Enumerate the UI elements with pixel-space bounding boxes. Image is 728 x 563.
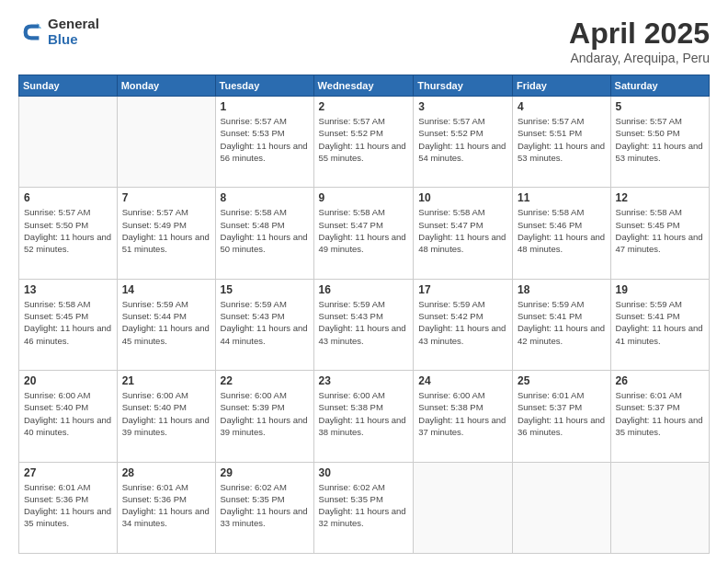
day-number: 27 <box>24 466 112 479</box>
calendar-cell: 24Sunrise: 6:00 AMSunset: 5:38 PMDayligh… <box>414 371 513 462</box>
day-info: Sunrise: 6:00 AMSunset: 5:40 PMDaylight:… <box>24 389 112 438</box>
day-number: 23 <box>319 374 409 387</box>
calendar-week-2: 6Sunrise: 5:57 AMSunset: 5:50 PMDaylight… <box>19 188 710 279</box>
logo: General Blue <box>18 17 99 47</box>
header-sunday: Sunday <box>19 75 118 97</box>
day-info: Sunrise: 5:58 AMSunset: 5:46 PMDaylight:… <box>518 206 606 255</box>
calendar-cell: 3Sunrise: 5:57 AMSunset: 5:52 PMDaylight… <box>414 97 513 188</box>
header-tuesday: Tuesday <box>215 75 313 97</box>
calendar-cell: 15Sunrise: 5:59 AMSunset: 5:43 PMDayligh… <box>215 279 313 370</box>
day-info: Sunrise: 5:57 AMSunset: 5:52 PMDaylight:… <box>319 115 409 164</box>
day-info: Sunrise: 6:01 AMSunset: 5:37 PMDaylight:… <box>616 389 704 438</box>
calendar-cell: 17Sunrise: 5:59 AMSunset: 5:42 PMDayligh… <box>414 279 513 370</box>
calendar-cell: 29Sunrise: 6:02 AMSunset: 5:35 PMDayligh… <box>215 462 313 553</box>
header-thursday: Thursday <box>414 75 513 97</box>
day-info: Sunrise: 5:58 AMSunset: 5:45 PMDaylight:… <box>24 298 112 347</box>
calendar-title: April 2025 <box>569 17 710 51</box>
day-info: Sunrise: 5:59 AMSunset: 5:41 PMDaylight:… <box>518 298 606 347</box>
day-info: Sunrise: 6:01 AMSunset: 5:36 PMDaylight:… <box>122 481 210 530</box>
day-info: Sunrise: 5:59 AMSunset: 5:41 PMDaylight:… <box>616 298 704 347</box>
calendar-cell: 20Sunrise: 6:00 AMSunset: 5:40 PMDayligh… <box>19 371 118 462</box>
calendar-week-1: 1Sunrise: 5:57 AMSunset: 5:53 PMDaylight… <box>19 97 710 188</box>
day-number: 22 <box>221 374 309 387</box>
day-info: Sunrise: 5:57 AMSunset: 5:50 PMDaylight:… <box>616 115 704 164</box>
day-number: 29 <box>221 466 309 479</box>
day-number: 28 <box>122 466 210 479</box>
day-info: Sunrise: 5:57 AMSunset: 5:50 PMDaylight:… <box>24 206 112 255</box>
calendar-table: Sunday Monday Tuesday Wednesday Thursday… <box>18 75 710 554</box>
calendar-cell: 14Sunrise: 5:59 AMSunset: 5:44 PMDayligh… <box>117 279 215 370</box>
header-saturday: Saturday <box>610 75 709 97</box>
calendar-cell <box>610 462 709 553</box>
day-number: 14 <box>122 283 210 296</box>
day-info: Sunrise: 5:57 AMSunset: 5:51 PMDaylight:… <box>518 115 606 164</box>
day-number: 2 <box>319 100 409 113</box>
day-info: Sunrise: 5:59 AMSunset: 5:43 PMDaylight:… <box>221 298 309 347</box>
calendar-cell: 5Sunrise: 5:57 AMSunset: 5:50 PMDaylight… <box>610 97 709 188</box>
calendar-cell <box>117 97 215 188</box>
logo-text: General Blue <box>48 17 99 47</box>
calendar-cell: 9Sunrise: 5:58 AMSunset: 5:47 PMDaylight… <box>313 188 414 279</box>
calendar-cell: 1Sunrise: 5:57 AMSunset: 5:53 PMDaylight… <box>215 97 313 188</box>
day-info: Sunrise: 6:00 AMSunset: 5:38 PMDaylight:… <box>319 389 409 438</box>
day-number: 18 <box>518 283 606 296</box>
day-info: Sunrise: 6:00 AMSunset: 5:40 PMDaylight:… <box>122 389 210 438</box>
calendar-cell: 12Sunrise: 5:58 AMSunset: 5:45 PMDayligh… <box>610 188 709 279</box>
calendar-week-5: 27Sunrise: 6:01 AMSunset: 5:36 PMDayligh… <box>19 462 710 553</box>
calendar-cell: 13Sunrise: 5:58 AMSunset: 5:45 PMDayligh… <box>19 279 118 370</box>
day-info: Sunrise: 6:02 AMSunset: 5:35 PMDaylight:… <box>319 481 409 530</box>
day-info: Sunrise: 6:00 AMSunset: 5:38 PMDaylight:… <box>418 389 507 438</box>
calendar-cell: 10Sunrise: 5:58 AMSunset: 5:47 PMDayligh… <box>414 188 513 279</box>
calendar-cell: 16Sunrise: 5:59 AMSunset: 5:43 PMDayligh… <box>313 279 414 370</box>
calendar-cell: 19Sunrise: 5:59 AMSunset: 5:41 PMDayligh… <box>610 279 709 370</box>
day-info: Sunrise: 5:59 AMSunset: 5:43 PMDaylight:… <box>319 298 409 347</box>
calendar-cell: 21Sunrise: 6:00 AMSunset: 5:40 PMDayligh… <box>117 371 215 462</box>
calendar-cell: 2Sunrise: 5:57 AMSunset: 5:52 PMDaylight… <box>313 97 414 188</box>
day-number: 5 <box>616 100 704 113</box>
day-number: 26 <box>616 374 704 387</box>
calendar-cell: 25Sunrise: 6:01 AMSunset: 5:37 PMDayligh… <box>512 371 610 462</box>
day-info: Sunrise: 6:00 AMSunset: 5:39 PMDaylight:… <box>221 389 309 438</box>
day-number: 15 <box>221 283 309 296</box>
calendar-body: 1Sunrise: 5:57 AMSunset: 5:53 PMDaylight… <box>19 97 710 554</box>
calendar-cell: 6Sunrise: 5:57 AMSunset: 5:50 PMDaylight… <box>19 188 118 279</box>
calendar-week-3: 13Sunrise: 5:58 AMSunset: 5:45 PMDayligh… <box>19 279 710 370</box>
header-monday: Monday <box>117 75 215 97</box>
day-number: 7 <box>122 191 210 204</box>
day-number: 1 <box>221 100 309 113</box>
calendar-cell <box>19 97 118 188</box>
calendar-cell: 30Sunrise: 6:02 AMSunset: 5:35 PMDayligh… <box>313 462 414 553</box>
calendar-cell: 28Sunrise: 6:01 AMSunset: 5:36 PMDayligh… <box>117 462 215 553</box>
logo-general-text: General <box>48 17 99 32</box>
day-number: 10 <box>418 191 507 204</box>
header: General Blue April 2025 Andaray, Arequip… <box>18 17 710 65</box>
day-info: Sunrise: 5:57 AMSunset: 5:52 PMDaylight:… <box>418 115 507 164</box>
day-number: 13 <box>24 283 112 296</box>
day-info: Sunrise: 5:58 AMSunset: 5:47 PMDaylight:… <box>319 206 409 255</box>
calendar-header: Sunday Monday Tuesday Wednesday Thursday… <box>19 75 710 97</box>
day-info: Sunrise: 5:57 AMSunset: 5:49 PMDaylight:… <box>122 206 210 255</box>
title-section: April 2025 Andaray, Arequipa, Peru <box>569 17 710 65</box>
logo-icon <box>18 19 44 45</box>
day-number: 8 <box>221 191 309 204</box>
day-number: 21 <box>122 374 210 387</box>
calendar-cell: 23Sunrise: 6:00 AMSunset: 5:38 PMDayligh… <box>313 371 414 462</box>
calendar-subtitle: Andaray, Arequipa, Peru <box>569 51 710 65</box>
calendar-cell: 11Sunrise: 5:58 AMSunset: 5:46 PMDayligh… <box>512 188 610 279</box>
header-friday: Friday <box>512 75 610 97</box>
header-row: Sunday Monday Tuesday Wednesday Thursday… <box>19 75 710 97</box>
day-number: 16 <box>319 283 409 296</box>
calendar-page: General Blue April 2025 Andaray, Arequip… <box>0 0 728 563</box>
day-info: Sunrise: 5:59 AMSunset: 5:42 PMDaylight:… <box>418 298 507 347</box>
day-info: Sunrise: 5:59 AMSunset: 5:44 PMDaylight:… <box>122 298 210 347</box>
calendar-cell: 22Sunrise: 6:00 AMSunset: 5:39 PMDayligh… <box>215 371 313 462</box>
calendar-cell: 7Sunrise: 5:57 AMSunset: 5:49 PMDaylight… <box>117 188 215 279</box>
calendar-cell: 4Sunrise: 5:57 AMSunset: 5:51 PMDaylight… <box>512 97 610 188</box>
calendar-cell: 18Sunrise: 5:59 AMSunset: 5:41 PMDayligh… <box>512 279 610 370</box>
calendar-cell: 8Sunrise: 5:58 AMSunset: 5:48 PMDaylight… <box>215 188 313 279</box>
day-number: 19 <box>616 283 704 296</box>
day-number: 30 <box>319 466 409 479</box>
day-number: 4 <box>518 100 606 113</box>
calendar-cell: 27Sunrise: 6:01 AMSunset: 5:36 PMDayligh… <box>19 462 118 553</box>
calendar-week-4: 20Sunrise: 6:00 AMSunset: 5:40 PMDayligh… <box>19 371 710 462</box>
